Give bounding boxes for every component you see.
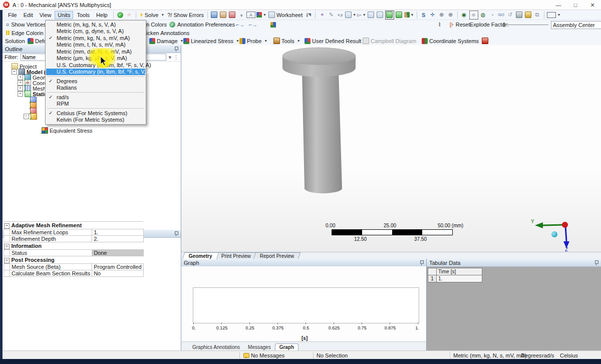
solve-dropdown-icon[interactable]: ▼ [161, 13, 164, 17]
user-defined-result-button[interactable]: User Defined Result [305, 37, 361, 45]
print-icon[interactable] [524, 11, 532, 19]
image-capture-icon[interactable] [515, 11, 523, 19]
extend-selection-icon[interactable]: ▼ [404, 11, 414, 19]
triad-toggle-icon[interactable] [270, 20, 276, 29]
details-group[interactable]: − Information [4, 242, 144, 250]
annotation-icon[interactable]: A [246, 12, 255, 18]
tab-print-preview[interactable]: Print Preview [214, 252, 257, 259]
menu-item-rad-s[interactable]: ✓rad/s [46, 94, 146, 101]
maximize-button[interactable]: □ [567, 0, 584, 10]
zoom-in-icon[interactable]: ⊕ [438, 11, 446, 19]
tab-graphics-annotations[interactable]: Graphics Annotations [188, 344, 244, 350]
axis-annotation-icon-3[interactable]: ⌐→ [249, 22, 257, 28]
colors-button-fragment[interactable]: n Colors [146, 20, 167, 29]
assembly-center-select[interactable]: Assembly Center ▼ [551, 21, 601, 29]
prev-view-icon[interactable]: ◔ [488, 11, 496, 19]
details-group[interactable]: − Post Processing [4, 256, 144, 264]
menu-item-rpm[interactable]: RPM [46, 101, 146, 108]
info-cursor-icon[interactable]: i◥ [305, 11, 313, 19]
body-filter-icon[interactable] [395, 11, 403, 19]
expand-icon[interactable]: + [18, 75, 23, 80]
details-value[interactable]: 1. [92, 229, 143, 236]
axis-annotation-icon-2[interactable]: ⌐→ [236, 22, 244, 28]
tree-item-equivalent-stress[interactable]: ✓ Equivalent Stress [42, 128, 93, 133]
select-type-icon[interactable]: ▻▼ [357, 11, 366, 19]
menu-units[interactable]: Units [55, 11, 73, 19]
figure-icon[interactable]: ▼ [256, 11, 266, 19]
menu-item-kelvin[interactable]: Kelvin (For Metric Systems) [46, 117, 146, 124]
time-cell[interactable]: 1. [437, 275, 482, 282]
direction-pointer-icon[interactable]: ✎ [327, 11, 335, 19]
show-vertices-button[interactable]: ¤ Show Vertices [6, 20, 46, 29]
pin-icon[interactable] [594, 260, 598, 265]
tab-report-preview[interactable]: Report Preview [253, 252, 300, 259]
collapse-icon[interactable]: − [18, 91, 23, 97]
pan-icon[interactable]: ✛ [429, 11, 437, 19]
menu-item-metric-mm-t[interactable]: Metric (mm, t, N, s, mV, mA) [46, 42, 146, 49]
status-messages[interactable]: No Messages [251, 352, 284, 358]
expand-icon[interactable]: + [18, 80, 23, 86]
show-errors-button[interactable]: ?/ Show Errors [166, 12, 205, 19]
linearized-stress-button[interactable]: Linearized Stress▼ [183, 37, 239, 45]
menu-file[interactable]: File [5, 11, 20, 19]
collapse-icon[interactable]: − [24, 114, 29, 119]
menu-item-metric-um[interactable]: Metric (µm, kg, µN, s, V, mA) [46, 55, 146, 62]
details-value[interactable]: No [92, 270, 143, 277]
select-mode-icon[interactable]: ▼ [345, 11, 356, 19]
details-value[interactable]: Program Controlled [92, 264, 143, 270]
damage-button[interactable]: Damage▼ [149, 37, 184, 45]
menu-item-metric-mm-dat[interactable]: Metric (mm, dat, N, s, mV, mA) [46, 48, 146, 55]
face-filter-icon[interactable] [385, 11, 394, 20]
deformation-button[interactable]: Defo [28, 37, 47, 45]
fit-icon[interactable]: ◉ [460, 11, 468, 19]
tab-messages[interactable]: Messages [244, 344, 275, 350]
connections-icon[interactable]: ⁘ [125, 11, 133, 19]
expand-icon[interactable]: + [18, 86, 23, 91]
details-group[interactable]: − Adaptive Mesh Refinement [4, 222, 144, 229]
chart-icon[interactable] [219, 11, 227, 19]
geometry-viewport[interactable]: 0.00 25.00 50.00 (mm) 12.50 37.50 [181, 45, 601, 252]
collapse-icon[interactable]: − [12, 69, 17, 75]
menu-item-degrees[interactable]: ✓Degrees [46, 78, 146, 85]
zoom-window-icon[interactable]: ◎ [469, 11, 478, 20]
collapse-icon[interactable]: − [4, 244, 10, 249]
probe-button[interactable]: Probe▼ [239, 37, 267, 45]
worksheet-button[interactable]: Worksheet [267, 11, 304, 19]
axis-annotation-icon-1[interactable]: ⌐→ [223, 22, 232, 28]
minimize-button[interactable]: — [550, 0, 567, 10]
edge-coloring-button[interactable]: Edge Colorin [6, 29, 44, 37]
tags-icon[interactable]: ⧉ [533, 11, 541, 19]
pin-icon[interactable] [419, 260, 424, 265]
close-button[interactable]: ✕ [584, 0, 601, 10]
zoom-box-icon[interactable]: ⊕ [447, 11, 455, 19]
viewports-icon[interactable] [547, 12, 556, 18]
pin-icon[interactable] [174, 231, 178, 236]
menu-item-us-in[interactable]: U.S. Customary (in, lbm, lbf, °F, s, V, … [46, 69, 145, 76]
label-pointer-icon[interactable]: ⌖ [318, 11, 326, 19]
magnify-icon[interactable]: ◍ [479, 11, 487, 19]
menu-item-us-ft[interactable]: U.S. Customary (ft, lbm, lbf, °F, s, V, … [46, 62, 146, 69]
coordinates-pick-icon[interactable]: x,y [336, 11, 344, 19]
solve-button[interactable]: Solve ▼ [138, 12, 166, 19]
menu-help[interactable]: Help [93, 11, 111, 19]
tree-item-mesh[interactable]: + ✓ Mesh [18, 86, 46, 91]
pin-icon[interactable] [174, 47, 178, 51]
edge-filter-icon[interactable] [376, 11, 384, 19]
menu-item-celsius[interactable]: ✓Celsius (For Metric Systems) [46, 110, 146, 117]
explode-factor-slider[interactable] [503, 25, 548, 25]
tab-graph[interactable]: Graph [275, 343, 298, 350]
tab-geometry[interactable]: Geometry [182, 252, 219, 259]
thicken-annotations-button-fragment[interactable]: icken Annotations [146, 29, 189, 37]
menu-item-metric-mm[interactable]: ✓Metric (mm, kg, N, s, mV, mA) [46, 35, 146, 42]
menu-item-radians[interactable]: Radians [46, 85, 146, 92]
collapse-icon[interactable]: − [4, 223, 10, 229]
rotate-icon[interactable]: S [420, 11, 428, 19]
image-icon[interactable] [228, 11, 236, 19]
vertex-filter-icon[interactable] [367, 11, 375, 19]
orientation-triad[interactable]: Y Z [527, 215, 582, 251]
tree-item-solution[interactable]: − ✓ [24, 114, 37, 119]
filter-options-icon[interactable]: ⋮ [173, 54, 179, 61]
menu-item-metric-m[interactable]: Metric (m, kg, N, s, V, A) [46, 21, 146, 28]
filter-clear-icon[interactable]: ▾ [168, 54, 171, 61]
menu-edit[interactable]: Edit [21, 11, 36, 19]
